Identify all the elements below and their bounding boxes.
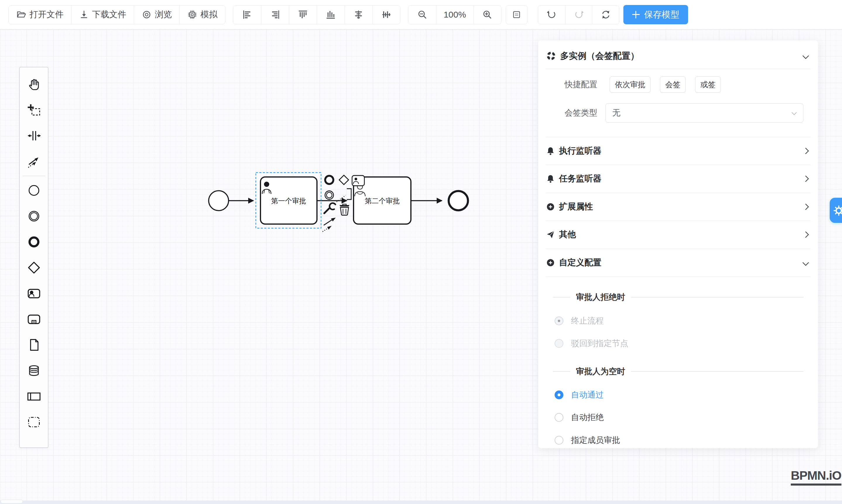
chevron-down-icon [791,110,796,115]
plus-circle-icon [546,258,555,267]
reject-group-title: 审批人拒绝时 [553,291,803,304]
eye-icon [142,10,152,20]
section-execution-listener[interactable]: 执行监听器 [546,137,810,165]
undo-icon [547,10,557,20]
radio-icon[interactable] [555,413,563,422]
append-end-event-icon[interactable] [325,176,333,184]
align-top-button[interactable] [289,5,317,24]
chevron-right-icon [803,231,809,238]
radio-label: 终止流程 [571,315,604,326]
task-first-approval[interactable]: 第一个审批 [261,177,317,224]
append-user-task-icon[interactable] [352,176,364,186]
download-file-button[interactable]: 下载文件 [71,5,134,24]
folder-open-icon [16,10,27,20]
section-custom-config[interactable]: 自定义配置 [546,249,810,276]
section-label: 自定义配置 [559,257,601,269]
align-right-icon [270,10,280,20]
task1-label: 第一个审批 [271,197,306,205]
section-label: 扩展属性 [559,201,593,213]
align-right-button[interactable] [261,5,289,24]
undo-button[interactable] [538,5,565,24]
horizontal-scrollbar[interactable] [0,501,842,504]
section-label: 执行监听器 [559,145,601,157]
scrollbar-thumb[interactable] [1,500,23,503]
chevron-down-icon[interactable] [803,53,809,59]
file-actions-group: 打开文件 下载文件 浏览 模拟 [8,5,225,24]
radio-auto-reject[interactable]: 自动拒绝 [555,411,604,424]
plus-circle-icon [546,202,555,212]
radio-icon [555,317,563,325]
zoom-out-icon [417,10,427,20]
append-text-annotation-icon[interactable] [337,189,351,202]
quick-config-sequential-button[interactable]: 依次审批 [610,76,651,93]
radio-designated-member[interactable]: 指定成员审批 [555,434,620,447]
section-task-listener[interactable]: 任务监听器 [546,165,810,193]
trash-icon[interactable] [339,204,349,215]
radio-icon[interactable] [555,391,563,399]
radio-label: 自动拒绝 [571,412,604,423]
align-left-icon [242,10,252,20]
send-icon [546,230,555,239]
save-model-label: 保存模型 [644,9,679,21]
zoom-out-button[interactable] [408,5,436,24]
quick-config-row: 快捷配置 依次审批 会签 或签 [563,74,806,95]
watermark-underline [791,484,841,486]
section-label: 任务监听器 [559,173,601,184]
refresh-icon [601,10,611,20]
properties-panel: 多实例（会签配置） 快捷配置 依次审批 会签 或签 会签类型 无 执行监听器 任… [538,40,818,448]
radio-icon[interactable] [555,436,563,445]
align-center-vertical-button[interactable] [372,5,400,24]
download-file-label: 下载文件 [92,9,126,20]
redo-button[interactable] [565,5,592,24]
end-event[interactable] [449,191,468,210]
append-intermediate-event-icon[interactable] [325,191,334,199]
section-extended-properties[interactable]: 扩展属性 [546,193,810,220]
preview-label: 浏览 [155,9,172,20]
wrench-icon[interactable] [324,203,335,213]
fit-viewport-icon [512,10,522,20]
multi-instance-header[interactable]: 多实例（会签配置） [546,48,810,64]
open-file-button[interactable]: 打开文件 [9,5,71,24]
bell-icon [546,146,555,156]
sign-type-label: 会签类型 [563,107,597,119]
quick-config-orsign-button[interactable]: 或签 [695,76,721,93]
fit-viewport-button[interactable] [506,5,527,24]
save-model-button[interactable]: 保存模型 [624,5,688,24]
simulate-button[interactable]: 模拟 [179,5,225,24]
download-icon [79,10,89,20]
chevron-down-icon [803,259,809,266]
refresh-button[interactable] [592,5,619,24]
chip-icon [187,10,197,20]
align-left-button[interactable] [233,5,261,24]
radio-label: 驳回到指定节点 [571,338,628,349]
quick-config-countersign-button[interactable]: 会签 [660,76,686,93]
section-label: 其他 [559,229,576,240]
align-bottom-button[interactable] [317,5,345,24]
radio-terminate-process: 终止流程 [555,314,604,327]
start-event[interactable] [209,191,229,211]
quick-config-label: 快捷配置 [563,79,597,90]
settings-tab[interactable] [830,198,842,223]
zoom-in-button[interactable] [473,5,501,24]
align-bottom-icon [326,10,336,20]
radio-auto-pass[interactable]: 自动通过 [555,389,604,401]
sign-type-value: 无 [612,107,620,119]
append-gateway-icon[interactable] [339,175,349,184]
chevron-right-icon [803,203,809,210]
radio-return-to-node: 驳回到指定节点 [555,337,628,350]
align-center-vertical-icon [381,10,391,20]
connect-tool-icon[interactable] [322,218,336,232]
preview-button[interactable]: 浏览 [134,5,179,24]
open-file-label: 打开文件 [30,9,64,20]
bpmn-io-watermark[interactable]: BPMN.iO [791,469,841,486]
section-other[interactable]: 其他 [546,220,810,248]
align-center-horizontal-button[interactable] [345,5,372,24]
bpmn-io-label: BPMN.iO [791,469,841,483]
multi-instance-icon [546,51,556,61]
sign-type-select[interactable]: 无 [606,103,803,123]
align-group [233,5,400,24]
zoom-group: 100% [408,5,501,24]
plus-icon [632,11,640,18]
panel-title: 多实例（会签配置） [560,50,639,62]
align-top-icon [298,10,308,20]
